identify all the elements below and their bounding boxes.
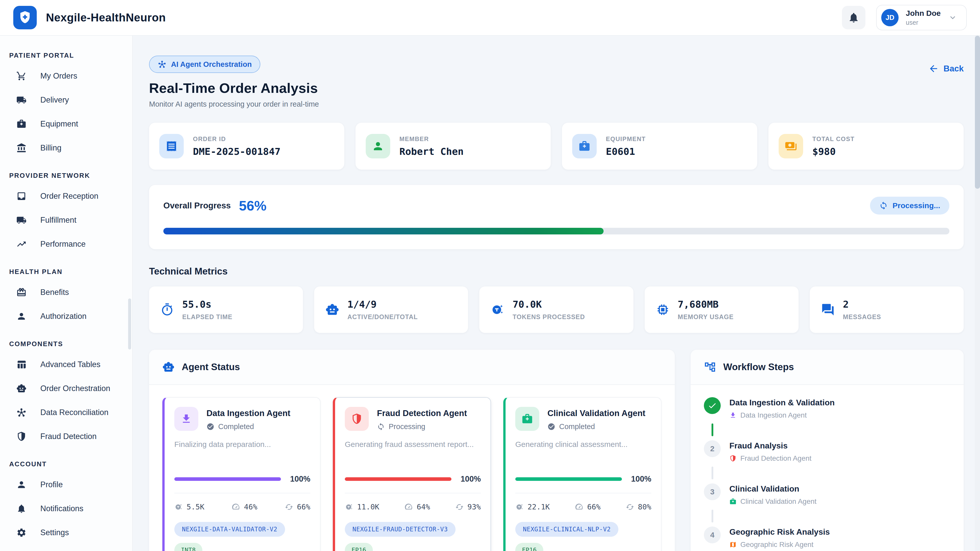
sidebar-section-provider-network: PROVIDER NETWORKOrder ReceptionFulfillme… [0,160,132,256]
sidebar-scrollbar[interactable] [128,299,131,349]
sidebar-item-order-reception[interactable]: Order Reception [0,184,132,208]
metric-value: 7,680MB [678,299,734,310]
sidebar-item-advanced-tables[interactable]: Advanced Tables [0,353,132,376]
token-icon [174,503,183,511]
medical-bag-icon [729,498,737,505]
workflow-steps-list: Data Ingestion & ValidationData Ingestio… [690,385,964,551]
truck-icon [16,215,27,225]
payments-icon-box [779,134,803,159]
sidebar-item-label: Data Reconciliation [40,408,108,417]
metric-text: 2MESSAGES [843,299,881,321]
sidebar: PATIENT PORTALMy OrdersDeliveryEquipment… [0,36,133,551]
sidebar-item-notifications[interactable]: Notifications [0,497,132,521]
step-text: Geographic Risk AnalysisGeographic Risk … [729,527,830,549]
sidebar-item-label: Performance [40,240,86,249]
agent-status-panel: Agent Status Data Ingestion AgentComplet… [149,350,675,551]
metric-value: 1/4/9 [347,299,418,310]
overall-progress-bar [163,228,950,234]
user-menu[interactable]: JD John Doe user [876,5,967,30]
agent-stat-value: 11.0K [357,503,379,511]
sidebar-item-billing[interactable]: Billing [0,136,132,160]
step-agent: Data Ingestion Agent [729,411,835,419]
check-circle-icon [547,423,555,430]
sidebar-item-authorization[interactable]: Authorization [0,304,132,328]
sidebar-item-label: Fraud Detection [40,432,97,441]
agent-stat-value: 46% [244,503,257,511]
agent-head-text: Data Ingestion AgentCompleted [207,407,290,431]
app-header: Nexgile-HealthNeuron JD John Doe user [0,0,980,36]
sidebar-item-profile[interactable]: Profile [0,473,132,497]
agent-stat-value: 80% [638,503,651,511]
metric-value: 55.0s [182,299,232,310]
step-agent-name: Fraud Detection Agent [740,454,811,462]
notifications-button[interactable] [842,6,865,29]
hub-icon [158,60,166,68]
page-head: AI Agent Orchestration Real-Time Order A… [149,56,319,108]
sidebar-section-label: HEALTH PLAN [0,256,132,280]
forum-icon [821,303,835,317]
person-icon [372,140,384,152]
sidebar-item-equipment[interactable]: Equipment [0,112,132,136]
agent-cards: Data Ingestion AgentCompletedFinalizing … [149,385,675,551]
table-icon [16,359,27,370]
agent-stat: 66% [575,503,600,511]
window-scrollbar-thumb[interactable] [975,36,980,189]
agent-badges: NEXGILE-DATA-VALIDATOR-V2INT8 [174,522,310,551]
sidebar-section-label: COMPONENTS [0,328,132,353]
sidebar-item-data-reconciliation[interactable]: Data Reconciliation [0,400,132,424]
sidebar-section-account: ACCOUNTProfileNotificationsSettings [0,448,132,545]
agent-model-badge: NEXGILE-DATA-VALIDATOR-V2 [174,522,285,537]
metric-label: ELAPSED TIME [182,313,232,321]
metric-text: 55.0sELAPSED TIME [182,299,232,321]
chevron-down-icon [948,13,958,22]
agent-model-badge: NEXGILE-FRAUD-DETECTOR-V3 [345,522,455,537]
info-card-label: MEMBER [399,135,464,143]
cached-icon [455,503,464,511]
agent-stat: 66% [285,503,310,511]
step-agent-name: Geographic Risk Agent [740,540,813,549]
sidebar-item-benefits[interactable]: Benefits [0,280,132,304]
main-content: AI Agent Orchestration Real-Time Order A… [133,36,980,551]
agent-badges: NEXGILE-CLINICAL-NLP-V2FP16 [515,522,651,551]
metric-value: 2 [843,299,881,310]
person-icon-box [366,134,390,159]
person-icon [16,311,27,321]
sidebar-item-order-orchestration[interactable]: Order Orchestration [0,376,132,400]
agent-precision-badge: FP16 [345,543,373,551]
metric-text: 1/4/9ACTIVE/DONE/TOTAL [347,299,418,321]
app-title: Nexgile-HealthNeuron [46,11,166,24]
sidebar-section-patient-portal: PATIENT PORTALMy OrdersDeliveryEquipment… [0,40,132,160]
window-scrollbar[interactable] [975,36,980,551]
robot-icon [16,383,27,394]
person-icon [16,480,27,490]
sidebar-section-components: COMPONENTSAdvanced TablesOrder Orchestra… [0,328,132,448]
agent-stats: 11.0K64%93% [345,503,481,511]
download-icon [729,412,737,419]
badge-label: AI Agent Orchestration [171,60,251,68]
metric-card-active-done-total: 1/4/9ACTIVE/DONE/TOTAL [314,286,468,333]
sidebar-item-performance[interactable]: Performance [0,232,132,256]
agent-progress-fill [345,477,452,481]
shield-half-icon [16,431,27,441]
agent-stat: 80% [626,503,651,511]
hub-icon [16,407,27,418]
agent-stat: 46% [232,503,257,511]
back-button[interactable]: Back [928,63,964,74]
sidebar-item-my-orders[interactable]: My Orders [0,64,132,88]
agent-status-label: Completed [559,422,595,431]
agent-precision-badge: FP16 [515,543,543,551]
agent-head-text: Clinical Validation AgentCompleted [547,407,646,431]
sidebar-item-label: Order Orchestration [40,384,110,393]
agent-stat: 5.5K [174,503,204,511]
workflow-steps-panel: Workflow Steps Data Ingestion & Validati… [690,350,964,551]
agent-progress-fill [515,477,622,481]
sidebar-item-settings[interactable]: Settings [0,521,132,545]
cached-icon [626,503,634,511]
agent-card-fraud-detection-agent: Fraud Detection AgentProcessingGeneratin… [333,397,491,551]
sidebar-item-fulfillment[interactable]: Fulfillment [0,208,132,232]
step-text: Data Ingestion & ValidationData Ingestio… [729,397,835,419]
agent-status-title: Agent Status [182,362,240,372]
speed-icon [575,503,584,511]
sidebar-item-delivery[interactable]: Delivery [0,88,132,112]
sidebar-item-fraud-detection[interactable]: Fraud Detection [0,424,132,448]
